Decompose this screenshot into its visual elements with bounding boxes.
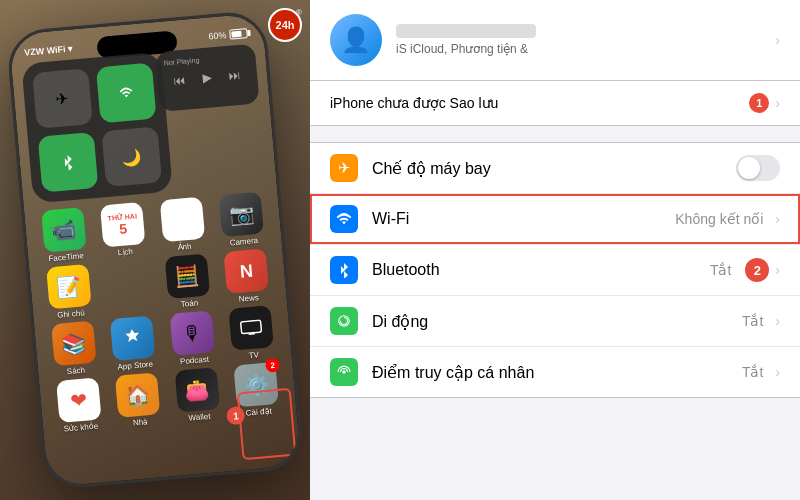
app-notes[interactable]: 📝 Ghi chú	[41, 263, 97, 320]
books-label: Sách	[66, 366, 85, 377]
step1-badge: 1	[226, 406, 246, 426]
account-chevron: ›	[775, 32, 780, 48]
airplane-label: Chế độ máy bay	[372, 159, 736, 178]
news-icon: N	[224, 248, 270, 294]
app-grid: 📹 FaceTime THỨ HAI 5 Lịch	[24, 182, 302, 487]
app-photos[interactable]: Ảnh	[154, 196, 210, 253]
app-settings[interactable]: ⚙️ 2 Cài đặt 1	[229, 361, 285, 418]
news-label: News	[238, 293, 259, 304]
status-right: 60%	[208, 28, 248, 41]
cellular-label: Di động	[372, 312, 742, 331]
control-center: ✈ 🌙	[21, 52, 173, 204]
notes-label: Ghi chú	[57, 308, 85, 319]
hotspot-value: Tắt	[742, 364, 763, 380]
app-health[interactable]: ❤ Sức khỏe	[51, 377, 107, 434]
music-text: Not Playing	[163, 52, 247, 66]
hotspot-label: Điểm truy cập cá nhân	[372, 363, 742, 382]
tv-icon	[229, 305, 275, 351]
app-calculator[interactable]: 🧮 Toán	[159, 253, 215, 310]
hotspot-chevron: ›	[775, 364, 780, 380]
app-books[interactable]: 📚 Sách	[46, 320, 102, 377]
right-panel: 👤 iS iCloud, Phương tiện & › iPhone chưa…	[310, 0, 800, 500]
app-calendar[interactable]: THỨ HAI 5 Lịch	[95, 202, 151, 259]
calendar-label: Lịch	[118, 247, 134, 257]
account-section[interactable]: 👤 iS iCloud, Phương tiện & ›	[310, 0, 800, 81]
wallet-label: Wallet	[188, 412, 211, 423]
step2-badge: 2	[745, 258, 769, 282]
appstore-icon	[110, 316, 156, 362]
bluetooth-icon	[330, 256, 358, 284]
wifi-icon	[330, 205, 358, 233]
airplane-toggle[interactable]	[736, 155, 780, 181]
bluetooth-chevron: ›	[775, 262, 780, 278]
settings-row-wifi[interactable]: Wi-Fi Không kết nối ›	[310, 194, 800, 245]
camera-icon: 📷	[219, 192, 265, 238]
logo-circle: 24h ®	[268, 8, 302, 42]
cellular-chevron: ›	[775, 313, 780, 329]
wifi-value: Không kết nối	[675, 211, 763, 227]
bluetooth-value: Tắt	[710, 262, 731, 278]
settings-icon: ⚙️ 2	[234, 362, 280, 408]
settings-label: Cài đặt	[245, 406, 272, 417]
account-name-blur	[396, 24, 536, 38]
warning-row[interactable]: iPhone chưa được Sao lưu 1 ›	[310, 81, 800, 126]
cc-wifi	[96, 63, 157, 124]
wifi-chevron: ›	[775, 211, 780, 227]
airplane-icon: ✈	[330, 154, 358, 182]
warning-text: iPhone chưa được Sao lưu	[330, 95, 498, 111]
logo-24h: 24h ®	[268, 8, 302, 42]
app-facetime[interactable]: 📹 FaceTime	[36, 207, 92, 264]
settings-row-airplane[interactable]: ✈ Chế độ máy bay	[310, 143, 800, 194]
app-wallet[interactable]: 👛 Wallet	[169, 367, 225, 424]
account-info: iS iCloud, Phương tiện &	[396, 24, 755, 56]
books-icon: 📚	[51, 321, 97, 367]
cc-focus: 🌙	[101, 126, 162, 187]
app-camera[interactable]: 📷 Camera	[214, 191, 270, 248]
appstore-label: App Store	[117, 360, 153, 372]
health-label: Sức khỏe	[63, 422, 98, 434]
calendar-icon: THỨ HAI 5	[100, 202, 146, 248]
photos-icon	[159, 197, 205, 243]
wallet-icon: 👛	[174, 367, 220, 413]
tv-label: TV	[248, 350, 259, 360]
podcasts-icon: 🎙	[169, 310, 215, 356]
settings-row-cellular[interactable]: Di động Tắt ›	[310, 296, 800, 347]
photos-label: Ảnh	[177, 242, 192, 252]
facetime-label: FaceTime	[48, 251, 84, 263]
cellular-icon	[330, 307, 358, 335]
facetime-icon: 📹	[41, 207, 87, 253]
cc-bluetooth	[38, 132, 99, 193]
app-news[interactable]: N News	[219, 248, 275, 305]
divider-1	[310, 126, 800, 134]
placeholder-icon	[106, 263, 152, 309]
health-icon: ❤	[56, 377, 102, 423]
app-home[interactable]: 🏠 Nhà	[110, 372, 166, 429]
warning-chevron: ›	[775, 95, 780, 111]
cellular-value: Tắt	[742, 313, 763, 329]
account-sub: iS iCloud, Phương tiện &	[396, 42, 755, 56]
app-appstore[interactable]: App Store	[105, 315, 161, 372]
svg-point-2	[342, 370, 346, 374]
camera-label: Camera	[229, 236, 258, 247]
settings-row-personal-hotspot[interactable]: Điểm truy cập cá nhân Tắt ›	[310, 347, 800, 397]
settings-group: ✈ Chế độ máy bay Wi-Fi Không kết nối › B…	[310, 142, 800, 398]
hotspot-icon	[330, 358, 358, 386]
app-podcasts[interactable]: 🎙 Podcast	[164, 310, 220, 367]
calculator-label: Toán	[181, 298, 199, 308]
home-label: Nhà	[133, 417, 148, 427]
carrier-text: VZW WiFi ▾	[24, 43, 74, 57]
settings-badge: 2	[265, 358, 280, 373]
podcasts-label: Podcast	[180, 355, 210, 366]
home-icon: 🏠	[115, 372, 161, 418]
warning-badge: 1	[749, 93, 769, 113]
cc-airplane: ✈	[32, 68, 93, 129]
iphone-screen: ✈ 🌙 Not Playing ⏮ ▶ ⏭ VZW WiFi ▾	[9, 13, 302, 487]
app-placeholder	[101, 263, 157, 311]
wifi-label: Wi-Fi	[372, 210, 675, 228]
notes-icon: 📝	[46, 264, 92, 310]
bluetooth-label: Bluetooth	[372, 261, 710, 279]
settings-row-bluetooth[interactable]: Bluetooth Tắt 2 ›	[310, 245, 800, 296]
avatar: 👤	[330, 14, 382, 66]
app-tv[interactable]: TV	[224, 305, 280, 362]
svg-rect-0	[241, 320, 262, 334]
